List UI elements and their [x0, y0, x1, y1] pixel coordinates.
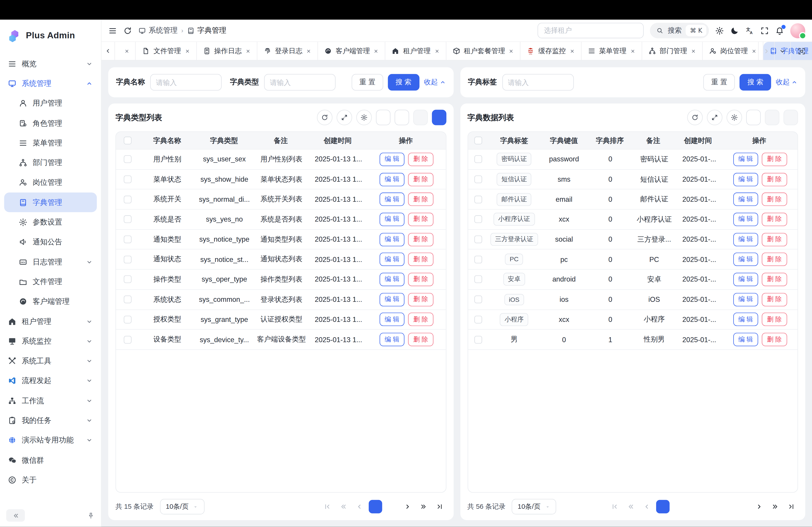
close-tab-icon[interactable]	[245, 48, 250, 54]
page-number-button[interactable]	[656, 500, 670, 514]
translate-icon[interactable]	[745, 26, 754, 35]
sidebar-item[interactable]: 流程发起	[4, 371, 97, 391]
edit-button[interactable]: 编 辑	[733, 173, 758, 186]
delete-button[interactable]: 删 除	[408, 213, 433, 226]
jump-back-button[interactable]	[336, 500, 350, 514]
tab[interactable]	[115, 42, 136, 60]
field-input[interactable]	[502, 74, 574, 90]
pin-sidebar-icon[interactable]	[87, 512, 95, 520]
sidebar-item[interactable]: 日志管理	[4, 252, 97, 272]
delete-button[interactable]: 删 除	[762, 253, 787, 266]
user-avatar[interactable]	[791, 23, 806, 38]
delete-button[interactable]: 删 除	[408, 293, 433, 306]
sidebar-item[interactable]: 关于	[4, 470, 97, 490]
edit-button[interactable]: 编 辑	[379, 193, 404, 206]
tab[interactable]: 客户端管理	[318, 42, 386, 60]
refresh-table-button[interactable]	[687, 110, 703, 125]
sidebar-item[interactable]: 工作流	[4, 391, 97, 411]
page-number-button[interactable]	[688, 500, 702, 514]
toolbar-button[interactable]	[765, 110, 779, 125]
page-number-button[interactable]	[672, 500, 686, 514]
toolbar-button[interactable]	[376, 110, 390, 125]
delete-button[interactable]: 删 除	[762, 333, 787, 346]
tab[interactable]: 部门管理	[642, 42, 702, 60]
row-checkbox[interactable]	[124, 276, 131, 283]
refresh-page-icon[interactable]	[123, 26, 132, 35]
row-checkbox[interactable]	[474, 256, 482, 263]
tabs-scroll-left-button[interactable]	[102, 42, 115, 60]
edit-button[interactable]: 编 辑	[733, 273, 758, 286]
page-number-button[interactable]	[704, 500, 718, 514]
sidebar-item[interactable]: 租户管理	[4, 312, 97, 331]
page-number-button[interactable]	[385, 500, 398, 514]
close-tab-icon[interactable]	[569, 48, 575, 54]
jump-forward-button[interactable]	[417, 500, 430, 514]
row-checkbox[interactable]	[474, 236, 482, 243]
close-tab-icon[interactable]	[691, 48, 696, 54]
edit-button[interactable]: 编 辑	[379, 213, 404, 226]
sidebar-item[interactable]: 用户管理	[4, 93, 97, 114]
refresh-table-button[interactable]	[317, 110, 332, 125]
edit-button[interactable]: 编 辑	[379, 173, 404, 186]
row-checkbox[interactable]	[124, 256, 131, 263]
row-checkbox[interactable]	[124, 336, 131, 343]
sidebar-item[interactable]: 菜单管理	[4, 133, 97, 153]
sidebar-item[interactable]: 通知公告	[4, 232, 97, 252]
close-tab-icon[interactable]	[125, 48, 130, 54]
close-tab-icon[interactable]	[434, 48, 439, 54]
table-settings-button[interactable]	[356, 110, 372, 125]
jump-forward-button[interactable]	[768, 500, 782, 514]
content-fullscreen-button[interactable]	[791, 42, 812, 60]
sidebar-item[interactable]: 字典管理	[4, 193, 97, 212]
close-tab-icon[interactable]	[306, 48, 311, 54]
edit-button[interactable]: 编 辑	[733, 213, 758, 226]
delete-button[interactable]: 删 除	[408, 193, 433, 206]
row-checkbox[interactable]	[124, 236, 131, 243]
delete-button[interactable]: 删 除	[762, 232, 787, 246]
row-checkbox[interactable]	[474, 276, 482, 283]
edit-button[interactable]: 编 辑	[379, 153, 404, 166]
sidebar-item[interactable]: 概览	[4, 54, 97, 74]
delete-button[interactable]: 删 除	[762, 173, 787, 186]
prev-page-button[interactable]	[640, 500, 654, 514]
breadcrumb-item-system[interactable]: 系统管理	[138, 26, 177, 35]
tab[interactable]: 租户套餐管理	[446, 42, 521, 60]
next-page-button[interactable]	[752, 500, 766, 514]
sidebar-item[interactable]: 系统工具	[4, 351, 97, 371]
sidebar-item[interactable]: 角色管理	[4, 114, 97, 133]
delete-button[interactable]: 删 除	[408, 153, 433, 166]
sidebar-item[interactable]: 部门管理	[4, 153, 97, 173]
edit-button[interactable]: 编 辑	[379, 333, 404, 346]
toolbar-button[interactable]	[432, 110, 446, 125]
next-page-button[interactable]	[401, 500, 414, 514]
collapse-search-link[interactable]: 收起	[424, 77, 446, 87]
edit-button[interactable]: 编 辑	[379, 313, 404, 326]
reset-button[interactable]: 重 置	[704, 74, 735, 90]
select-all-checkbox[interactable]	[474, 137, 482, 144]
last-page-button[interactable]	[784, 500, 798, 514]
tab[interactable]: 岗位管理	[703, 42, 764, 60]
edit-button[interactable]: 编 辑	[733, 293, 758, 306]
edit-button[interactable]: 编 辑	[733, 193, 758, 206]
toolbar-button[interactable]	[746, 110, 760, 125]
sidebar-item[interactable]: 我的任务	[4, 410, 97, 430]
expand-table-button[interactable]	[707, 110, 723, 125]
first-page-button[interactable]	[320, 500, 334, 514]
sidebar-item[interactable]: 岗位管理	[4, 173, 97, 193]
global-search[interactable]: 搜索 ⌘ K	[650, 23, 709, 38]
delete-button[interactable]: 删 除	[408, 232, 433, 246]
toolbar-button[interactable]	[413, 110, 427, 125]
toolbar-button[interactable]	[394, 110, 409, 125]
jump-back-button[interactable]	[624, 500, 638, 514]
edit-button[interactable]: 编 辑	[733, 153, 758, 166]
row-checkbox[interactable]	[474, 316, 482, 323]
dark-mode-moon-icon[interactable]	[730, 26, 739, 35]
last-page-button[interactable]	[433, 500, 446, 514]
row-checkbox[interactable]	[474, 195, 482, 203]
delete-button[interactable]: 删 除	[762, 293, 787, 306]
select-all-checkbox[interactable]	[124, 137, 131, 144]
table-settings-button[interactable]	[726, 110, 742, 125]
field-input[interactable]	[264, 74, 336, 90]
row-checkbox[interactable]	[124, 175, 131, 183]
field-input[interactable]	[150, 74, 222, 90]
